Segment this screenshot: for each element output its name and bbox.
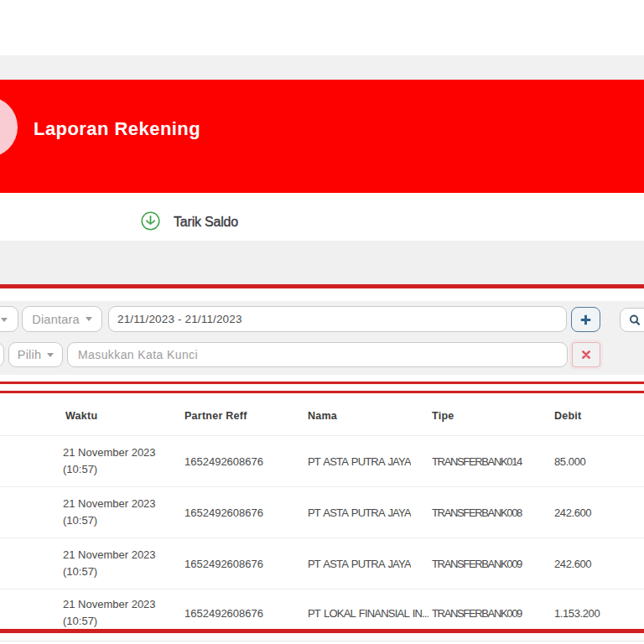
- toolbar: Tarik Saldo: [0, 193, 644, 241]
- search-icon: [628, 314, 641, 327]
- cell-partner-reff: 1652492608676: [184, 455, 263, 468]
- cell-nama: PT ASTA PUTRA JAYA: [308, 558, 411, 570]
- col-header-debit: Debit: [554, 410, 582, 422]
- cell-waktu: 21 November 2023(10:57): [63, 444, 156, 478]
- page-header: Laporan Rekening: [0, 80, 644, 193]
- annotation-line: [0, 391, 644, 393]
- cell-nama: PT ASTA PUTRA JAYA: [308, 506, 411, 519]
- chevron-down-icon: [47, 353, 54, 357]
- period-dropdown[interactable]: Diantara: [22, 306, 102, 332]
- chevron-down-icon: [1, 318, 8, 322]
- annotation-line: [0, 629, 644, 633]
- cell-partner-reff: 1652492608676: [184, 606, 263, 619]
- annotation-line: [0, 284, 644, 288]
- add-filter-button[interactable]: [571, 307, 600, 332]
- cell-nama: PT LOKAL FINANSIAL IN...: [308, 606, 428, 619]
- row-separator: [0, 641, 644, 641]
- col-header-waktu: Waktu: [65, 410, 97, 422]
- cell-partner-reff: 1652492608676: [184, 558, 263, 570]
- cell-nama: PT ASTA PUTRA JAYA: [308, 455, 411, 468]
- annotation-line: [0, 382, 644, 384]
- clear-keyword-button[interactable]: [572, 342, 600, 367]
- close-icon: [582, 351, 590, 359]
- cell-tipe: TRANSFERBANK009: [432, 558, 522, 570]
- cell-tipe: TRANSFERBANK008: [432, 506, 522, 519]
- cell-waktu: 21 November 2023(10:57): [63, 596, 156, 630]
- table-row[interactable]: 21 November 2023(10:57) 1652492608676 PT…: [0, 538, 644, 589]
- cell-debit: 242.600: [554, 558, 591, 570]
- cell-waktu: 21 November 2023(10:57): [63, 496, 156, 529]
- table-header-row: Waktu Partner Reff Nama Tipe Debit: [0, 393, 644, 436]
- period-dropdown-label: Diantara: [32, 313, 79, 326]
- cell-waktu: 21 November 2023(10:57): [63, 547, 156, 580]
- filter-type-dropdown-partial[interactable]: [0, 306, 18, 332]
- cell-partner-reff: 1652492608676: [184, 506, 263, 519]
- download-icon[interactable]: [141, 211, 160, 231]
- search-button[interactable]: [620, 308, 644, 332]
- cell-tipe: TRANSFERBANK014: [432, 455, 522, 468]
- keyword-dropdown-label: Pilih: [18, 348, 41, 361]
- keyword-placeholder: Masukkan Kata Kunci: [78, 348, 198, 361]
- cell-debit: 1.153.200: [554, 606, 600, 619]
- page: Laporan Rekening Tarik Saldo Diantara 21…: [0, 0, 644, 644]
- col-header-tipe: Tipe: [432, 410, 454, 422]
- page-background: [0, 241, 644, 286]
- cell-debit: 85.000: [554, 455, 585, 468]
- table-row[interactable]: 21 November 2023(10:57) 1652492608676 PT…: [0, 436, 644, 487]
- table-row[interactable]: 21 November 2023(10:57) 1652492608676 PT…: [0, 487, 644, 538]
- avatar: [0, 96, 18, 158]
- col-header-partner-reff: Partner Reff: [184, 410, 247, 422]
- transactions-table: Waktu Partner Reff Nama Tipe Debit 21 No…: [0, 393, 644, 629]
- keyword-input[interactable]: Masukkan Kata Kunci: [67, 342, 568, 367]
- withdraw-balance-button[interactable]: Tarik Saldo: [174, 215, 238, 230]
- date-range-value: 21/11/2023 - 21/11/2023: [117, 313, 242, 325]
- cell-tipe: TRANSFERBANK009: [432, 606, 522, 619]
- keyword-field-dropdown[interactable]: Pilih: [8, 342, 63, 367]
- cell-debit: 242.600: [554, 506, 591, 519]
- plus-icon: [580, 314, 591, 325]
- top-gray-strip: [0, 55, 644, 80]
- chevron-down-icon: [86, 317, 92, 321]
- page-title: Laporan Rekening: [34, 118, 369, 140]
- col-header-nama: Nama: [308, 410, 337, 422]
- date-range-input[interactable]: 21/11/2023 - 21/11/2023: [108, 306, 567, 332]
